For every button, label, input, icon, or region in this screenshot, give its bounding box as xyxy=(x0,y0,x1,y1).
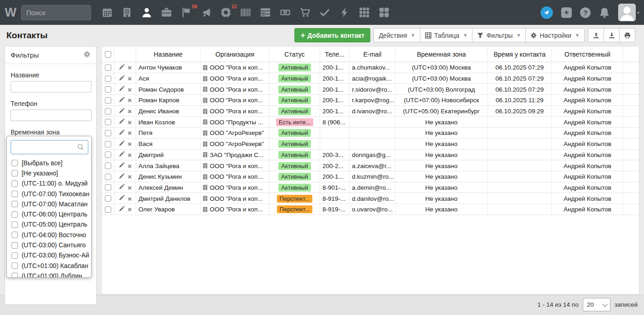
delete-icon[interactable]: × xyxy=(128,163,132,169)
col-phone[interactable]: Теле... xyxy=(320,47,350,62)
timezone-option[interactable]: (UTC-03:00) Буэнос-Ай xyxy=(12,251,91,261)
table-row[interactable]: × Антон Чумаков ООО "Рога и коп... Актив… xyxy=(102,62,639,73)
row-checkbox[interactable] xyxy=(105,206,111,213)
contact-org[interactable]: ООО "Рога и коп... xyxy=(201,182,270,193)
option-checkbox[interactable] xyxy=(12,242,18,249)
edit-icon[interactable] xyxy=(119,173,125,181)
import-button[interactable] xyxy=(588,28,604,42)
timezone-option[interactable]: (UTC+01:00) Касаблан xyxy=(12,261,91,271)
help-icon[interactable]: ? xyxy=(580,7,591,18)
row-checkbox[interactable] xyxy=(105,86,111,93)
timezone-option[interactable]: (UTC-06:00) Централь xyxy=(12,209,91,219)
option-checkbox[interactable] xyxy=(12,232,18,238)
contact-name[interactable]: Дмитрий xyxy=(136,150,201,161)
export-button[interactable] xyxy=(604,28,620,42)
row-checkbox[interactable] xyxy=(105,97,111,104)
option-checkbox[interactable] xyxy=(12,252,18,259)
table-button[interactable]: Таблица▼ xyxy=(420,28,473,42)
table-row[interactable]: × Роман Сидоров ООО "Рога и коп... Актив… xyxy=(102,84,639,95)
timezone-option[interactable]: (UTC-07:00) Масатлан xyxy=(12,199,91,209)
option-checkbox[interactable] xyxy=(12,160,18,166)
option-checkbox[interactable] xyxy=(12,273,18,278)
deals-icon[interactable] xyxy=(161,7,172,18)
per-page-select[interactable]: 20 xyxy=(583,298,610,311)
contact-org[interactable]: ООО "Продукты ... xyxy=(201,117,270,128)
option-checkbox[interactable] xyxy=(12,170,18,176)
edit-icon[interactable] xyxy=(119,162,125,169)
col-organization[interactable]: Организация xyxy=(201,47,270,62)
col-responsible[interactable]: Ответственный xyxy=(552,47,623,62)
timezone-option[interactable]: [Не указано] xyxy=(12,168,91,178)
contact-org[interactable]: ООО "Рога и коп... xyxy=(201,62,270,73)
contact-name[interactable]: Роман Сидоров xyxy=(136,84,201,95)
header-checkbox-cell[interactable] xyxy=(102,47,115,62)
telegram-icon[interactable] xyxy=(540,6,553,19)
contact-org[interactable]: ООО "АгроРезерв" xyxy=(201,139,270,150)
col-status[interactable]: Статус xyxy=(270,47,320,62)
timezone-search-input[interactable] xyxy=(11,140,88,154)
table-row[interactable]: × Ася ООО "Рога и коп... Активный 200-1.… xyxy=(102,73,639,84)
flag-icon[interactable]: 58 xyxy=(181,7,192,18)
row-checkbox[interactable] xyxy=(105,141,111,147)
timezone-option[interactable]: (UTC+01:00) Дублин xyxy=(12,271,91,278)
contact-org[interactable]: ООО "Рога и коп... xyxy=(201,84,270,95)
timezone-option[interactable]: (UTC-03:00) Сантьяго xyxy=(12,240,91,250)
apps-icon[interactable] xyxy=(379,7,390,18)
table-row[interactable]: × Денис Кузьмин ООО "Рога и коп... Актив… xyxy=(102,171,639,182)
cart-icon[interactable] xyxy=(299,7,310,18)
user-menu[interactable]: ▾ xyxy=(618,4,639,21)
edit-icon[interactable] xyxy=(119,108,125,115)
option-checkbox[interactable] xyxy=(12,222,18,228)
delete-icon[interactable]: × xyxy=(128,75,132,82)
edit-icon[interactable] xyxy=(119,184,125,191)
timezone-option[interactable]: (UTC-07:00) Тихоокеан xyxy=(12,189,91,199)
money-icon[interactable]: 1 xyxy=(280,7,291,18)
delete-icon[interactable]: × xyxy=(128,129,132,136)
option-checkbox[interactable] xyxy=(12,211,18,218)
row-checkbox[interactable] xyxy=(105,195,111,202)
edit-icon[interactable] xyxy=(119,75,125,82)
contact-org[interactable]: ООО "Рога и коп... xyxy=(201,73,270,84)
gear-icon[interactable] xyxy=(83,51,91,60)
contacts-icon[interactable] xyxy=(141,7,152,18)
edit-icon[interactable] xyxy=(119,86,125,93)
contact-org[interactable]: ЗАО "Продажи С... xyxy=(201,150,270,161)
edit-icon[interactable] xyxy=(119,64,125,71)
print-button[interactable] xyxy=(619,28,635,42)
notifications-icon[interactable] xyxy=(599,7,610,18)
delete-icon[interactable]: × xyxy=(128,195,132,202)
option-checkbox[interactable] xyxy=(12,201,18,207)
contact-name[interactable]: Вася xyxy=(136,139,201,150)
contact-name[interactable]: Олег Уваров xyxy=(136,204,201,215)
contact-name[interactable]: Роман Карпов xyxy=(136,95,201,106)
records-icon[interactable] xyxy=(260,7,271,18)
row-checkbox[interactable] xyxy=(105,163,111,169)
contact-name[interactable]: Алла Зайцева xyxy=(136,160,201,171)
col-contact-time[interactable]: Время у контакта xyxy=(488,47,552,62)
add-contact-button[interactable]: + Добавить контакт xyxy=(294,28,370,42)
phone-filter-input[interactable] xyxy=(11,110,92,121)
contact-name[interactable]: Денис Иванов xyxy=(136,106,201,117)
table-row[interactable]: × Олег Уваров ООО "Рога и коп... Перспек… xyxy=(102,204,639,215)
contact-name[interactable]: Петя xyxy=(136,128,201,139)
calendar-icon[interactable] xyxy=(102,7,113,18)
delete-icon[interactable]: × xyxy=(128,108,132,115)
col-email[interactable]: E-mail xyxy=(350,47,396,62)
add-icon[interactable]: + xyxy=(561,7,572,18)
edit-icon[interactable] xyxy=(119,206,125,213)
table-row[interactable]: × Иван Козлов ООО "Продукты ... Есть инт… xyxy=(102,117,639,128)
delete-icon[interactable]: × xyxy=(128,140,132,147)
delete-icon[interactable]: × xyxy=(128,119,132,126)
row-checkbox[interactable] xyxy=(105,64,111,71)
contact-name[interactable]: Дмитрий Данилов xyxy=(136,193,201,204)
delete-icon[interactable]: × xyxy=(128,97,132,104)
megaphone-icon[interactable] xyxy=(201,7,212,18)
table-row[interactable]: × Денис Иванов ООО "Рога и коп... Активн… xyxy=(102,106,639,117)
name-filter-input[interactable] xyxy=(11,81,92,93)
timezone-option[interactable]: [Выбрать все] xyxy=(12,158,91,168)
bolt-icon[interactable] xyxy=(339,7,350,18)
contact-org[interactable]: ООО "Рога и коп... xyxy=(201,106,270,117)
table-row[interactable]: × Роман Карпов ООО "Рога и коп... Активн… xyxy=(102,95,639,106)
contact-name[interactable]: Ася xyxy=(136,73,201,84)
table-row[interactable]: × Вася ООО "АгроРезерв" Активный Не указ… xyxy=(102,139,639,150)
